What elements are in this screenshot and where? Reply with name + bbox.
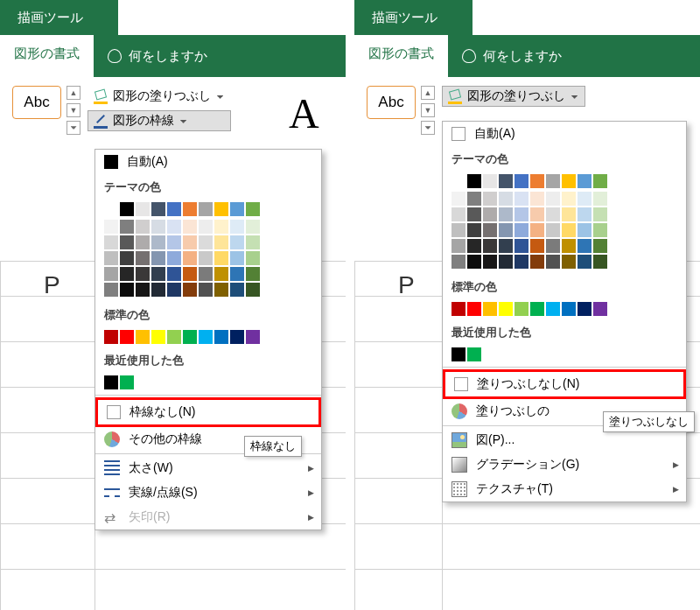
outline-none[interactable]: 枠線なし(N)	[95, 397, 321, 427]
color-swatch[interactable]	[452, 255, 466, 269]
color-swatch[interactable]	[120, 251, 134, 265]
color-swatch[interactable]	[578, 302, 592, 316]
color-swatch[interactable]	[514, 174, 528, 188]
color-swatch[interactable]	[562, 239, 576, 253]
color-swatch[interactable]	[452, 347, 466, 361]
color-swatch[interactable]	[199, 220, 213, 234]
color-swatch[interactable]	[183, 251, 197, 265]
color-swatch[interactable]	[546, 174, 560, 188]
color-swatch[interactable]	[499, 207, 513, 221]
color-swatch[interactable]	[246, 220, 260, 234]
color-swatch[interactable]	[136, 283, 150, 297]
shape-fill-dropdown[interactable]: 図形の塗りつぶし ⏷	[442, 86, 585, 107]
style-more-down[interactable]: ▼	[66, 103, 80, 117]
color-swatch[interactable]	[514, 223, 528, 237]
color-swatch[interactable]	[246, 202, 260, 216]
outline-dashes[interactable]: 実線/点線(S)	[95, 480, 321, 505]
color-swatch[interactable]	[246, 267, 260, 281]
color-swatch[interactable]	[562, 207, 576, 221]
color-swatch[interactable]	[104, 330, 118, 344]
color-swatch[interactable]	[183, 220, 197, 234]
color-swatch[interactable]	[562, 192, 576, 206]
color-swatch[interactable]	[546, 192, 560, 206]
style-more-dropdown[interactable]: ⏷	[66, 121, 80, 135]
color-swatch[interactable]	[499, 255, 513, 269]
color-swatch[interactable]	[467, 255, 481, 269]
shape-outline-dropdown[interactable]: 図形の枠線 ⏷	[88, 110, 231, 131]
color-swatch[interactable]	[467, 302, 481, 316]
color-swatch[interactable]	[151, 330, 165, 344]
color-swatch[interactable]	[467, 223, 481, 237]
color-swatch[interactable]	[230, 267, 244, 281]
color-swatch[interactable]	[120, 375, 134, 389]
color-swatch[interactable]	[578, 207, 592, 221]
color-swatch[interactable]	[214, 251, 228, 265]
color-swatch[interactable]	[151, 267, 165, 281]
color-swatch[interactable]	[214, 330, 228, 344]
color-swatch[interactable]	[483, 207, 497, 221]
color-swatch[interactable]	[183, 283, 197, 297]
fill-more-colors[interactable]: 塗りつぶしの 塗りつぶしなし	[443, 399, 686, 424]
color-swatch[interactable]	[514, 302, 528, 316]
color-swatch[interactable]	[530, 223, 544, 237]
color-swatch[interactable]	[546, 223, 560, 237]
color-swatch[interactable]	[452, 239, 466, 253]
outline-auto[interactable]: 自動(A)	[95, 150, 321, 174]
color-swatch[interactable]	[136, 202, 150, 216]
fill-gradient[interactable]: グラデーション(G)	[443, 452, 686, 477]
color-swatch[interactable]	[483, 192, 497, 206]
shape-style-preview[interactable]: Abc	[12, 86, 61, 119]
color-swatch[interactable]	[136, 235, 150, 249]
color-swatch[interactable]	[199, 330, 213, 344]
color-swatch[interactable]	[199, 251, 213, 265]
color-swatch[interactable]	[562, 302, 576, 316]
color-swatch[interactable]	[593, 207, 607, 221]
color-swatch[interactable]	[452, 207, 466, 221]
color-swatch[interactable]	[230, 220, 244, 234]
color-swatch[interactable]	[167, 251, 181, 265]
color-swatch[interactable]	[530, 239, 544, 253]
color-swatch[interactable]	[246, 235, 260, 249]
color-swatch[interactable]	[467, 347, 481, 361]
color-swatch[interactable]	[483, 302, 497, 316]
color-swatch[interactable]	[230, 202, 244, 216]
color-swatch[interactable]	[183, 202, 197, 216]
color-swatch[interactable]	[483, 223, 497, 237]
color-swatch[interactable]	[499, 174, 513, 188]
color-swatch[interactable]	[120, 283, 134, 297]
color-swatch[interactable]	[546, 255, 560, 269]
color-swatch[interactable]	[467, 174, 481, 188]
color-swatch[interactable]	[452, 223, 466, 237]
color-swatch[interactable]	[167, 267, 181, 281]
color-swatch[interactable]	[562, 174, 576, 188]
color-swatch[interactable]	[467, 192, 481, 206]
color-swatch[interactable]	[562, 223, 576, 237]
color-swatch[interactable]	[246, 283, 260, 297]
color-swatch[interactable]	[530, 174, 544, 188]
color-swatch[interactable]	[578, 192, 592, 206]
color-swatch[interactable]	[183, 235, 197, 249]
color-swatch[interactable]	[104, 375, 118, 389]
color-swatch[interactable]	[120, 330, 134, 344]
color-swatch[interactable]	[499, 223, 513, 237]
style-more-up[interactable]: ▲	[421, 86, 435, 100]
color-swatch[interactable]	[593, 223, 607, 237]
color-swatch[interactable]	[499, 302, 513, 316]
style-more-down[interactable]: ▼	[421, 103, 435, 117]
style-more-dropdown[interactable]: ⏷	[421, 121, 435, 135]
fill-none[interactable]: 塗りつぶしなし(N)	[443, 369, 686, 399]
color-swatch[interactable]	[167, 235, 181, 249]
color-swatch[interactable]	[136, 220, 150, 234]
color-swatch[interactable]	[467, 239, 481, 253]
color-swatch[interactable]	[214, 235, 228, 249]
tab-shape-format[interactable]: 図形の書式	[0, 35, 94, 77]
color-swatch[interactable]	[151, 235, 165, 249]
color-swatch[interactable]	[151, 220, 165, 234]
color-swatch[interactable]	[230, 330, 244, 344]
color-swatch[interactable]	[183, 267, 197, 281]
color-swatch[interactable]	[136, 251, 150, 265]
color-swatch[interactable]	[578, 255, 592, 269]
color-swatch[interactable]	[546, 302, 560, 316]
color-swatch[interactable]	[214, 202, 228, 216]
color-swatch[interactable]	[104, 267, 118, 281]
